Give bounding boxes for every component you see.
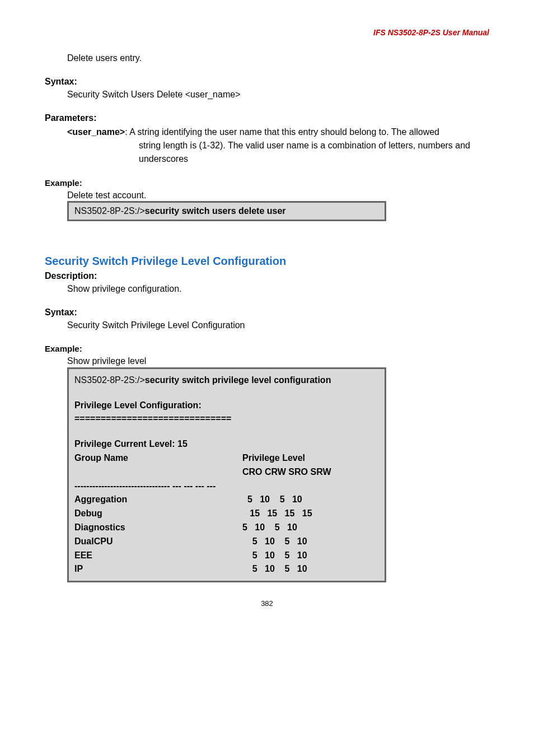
parameters-label: Parameters: [45,113,489,123]
priv-eqline: ============================== [74,412,379,426]
syntax-label-2: Syntax: [45,307,489,318]
example-text-2: Show privilege level [67,356,489,367]
table-row: Aggregation 5 10 5 10 [74,493,379,507]
row-vals: 5 10 5 10 [242,535,379,549]
col-sub: CRO CRW SRO SRW [242,465,379,479]
priv-heading-1: Privilege Level Configuration: [74,399,379,413]
example-text-1: Delete test account. [67,190,489,202]
param-desc-2: string length is (1-32). The valid user … [139,139,489,152]
description-text-2: Show privilege configuration. [67,283,489,295]
table-row: Debug 15 15 15 15 [74,507,379,521]
cmd-prefix-1: NS3502-8P-2S:/> [74,206,145,216]
intro-text: Delete users entry. [67,53,489,64]
table-row: IP 5 10 5 10 [74,562,379,576]
cmd-bold-2: security switch privilege level configur… [145,375,331,385]
col-group: Group Name [74,451,242,465]
privilege-output-box: NS3502-8P-2S:/>security switch privilege… [67,367,386,582]
code-box-1: NS3502-8P-2S:/>security switch users del… [67,201,386,221]
row-name: Diagnostics [74,521,242,535]
row-name: IP [74,562,242,576]
syntax-text: Security Switch Users Delete <user_name> [67,89,489,101]
description-label-2: Description: [45,271,489,281]
row-name: EEE [74,549,242,563]
row-name: Aggregation [74,493,242,507]
cmd-prefix-2: NS3502-8P-2S:/> [74,375,145,385]
syntax-text-2: Security Switch Privilege Level Configur… [67,320,489,332]
page-number: 382 [45,599,489,608]
row-name: DualCPU [74,535,242,549]
syntax-label: Syntax: [45,77,489,87]
row-vals: 5 10 5 10 [242,521,379,535]
param-name: <user_name> [67,127,125,137]
table-row: DualCPU 5 10 5 10 [74,535,379,549]
table-row: EEE 5 10 5 10 [74,549,379,563]
row-vals: 5 10 5 10 [242,549,379,563]
table-row: Diagnostics 5 10 5 10 [74,521,379,535]
param-desc-1: : A string identifying the user name tha… [125,127,439,137]
row-vals: 5 10 5 10 [242,493,379,507]
cmd-bold-1: security switch users delete user [145,206,286,216]
row-vals: 5 10 5 10 [242,562,379,576]
section-title-2: Security Switch Privilege Level Configur… [45,255,489,268]
example-label-1: Example: [45,178,489,188]
col-priv: Privilege Level [242,451,379,465]
example-label-2: Example: [45,344,489,353]
priv-dashline: -------------------------------- --- ---… [74,479,379,493]
row-vals: 15 15 15 15 [242,507,379,521]
row-name: Debug [74,507,242,521]
parameter-entry: <user_name>: A string identifying the us… [67,125,489,166]
page-header: IFS NS3502-8P-2S User Manual [45,28,489,37]
param-desc-3: underscores [139,152,489,166]
priv-heading-2: Privilege Current Level: 15 [74,437,379,451]
